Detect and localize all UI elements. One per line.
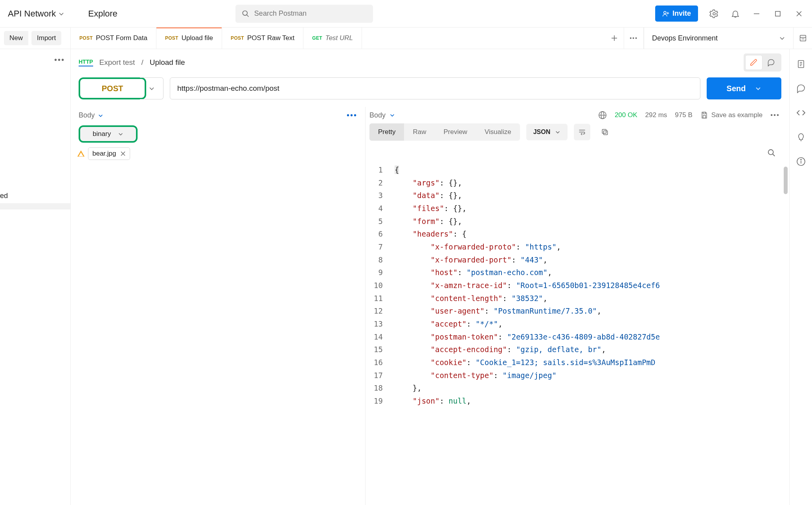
window-minimize-icon[interactable] (751, 9, 762, 19)
import-button[interactable]: Import (31, 31, 61, 45)
network-icon[interactable] (598, 111, 607, 119)
code-line: 19 "json": null, (366, 395, 789, 408)
code-line: 18 }, (366, 382, 789, 395)
code-snippet-icon[interactable] (796, 108, 806, 118)
response-status: 200 OK (615, 111, 637, 119)
window-maximize-icon[interactable] (773, 9, 783, 19)
url-input[interactable] (177, 84, 693, 93)
response-code-view[interactable]: 1{2 "args": {},3 "data": {},4 "files": {… (366, 163, 789, 505)
tab-title-label: Upload file (182, 34, 213, 42)
tab-verb-label: POST (231, 35, 244, 41)
sidebar-more-icon[interactable]: ••• (54, 55, 65, 64)
chevron-down-icon (755, 85, 761, 92)
search-box[interactable] (235, 5, 373, 23)
environment-label: Devops Environment (652, 34, 718, 42)
search-response-icon[interactable] (763, 145, 780, 161)
comment-mode-icon[interactable] (762, 55, 780, 70)
environment-selector[interactable]: Devops Environment (644, 28, 793, 49)
sidebar-item-selected[interactable] (0, 203, 70, 209)
body-type-label: binary (93, 130, 111, 138)
response-view-segmented: Pretty Raw Preview Visualize (369, 123, 520, 141)
request-more-icon[interactable]: ••• (347, 111, 357, 120)
warning-icon (77, 150, 85, 158)
chevron-down-icon (98, 113, 103, 118)
settings-icon[interactable] (709, 9, 719, 19)
line-number: 15 (366, 343, 389, 356)
environment-quicklook-icon[interactable] (793, 28, 812, 49)
sidebar-item[interactable]: ed (0, 189, 70, 203)
line-number: 10 (366, 279, 389, 292)
view-visualize-tab[interactable]: Visualize (476, 123, 520, 141)
line-number: 18 (366, 382, 389, 395)
body-type-select[interactable]: binary (79, 125, 138, 143)
edit-mode-icon[interactable] (745, 55, 762, 70)
http-method-select[interactable]: POST (79, 77, 146, 99)
line-content: "args": {}, (389, 176, 462, 189)
svg-rect-16 (81, 155, 81, 156)
api-network-menu[interactable]: API Network (8, 9, 64, 19)
line-number: 4 (366, 202, 389, 215)
line-number: 13 (366, 318, 389, 331)
view-pretty-tab[interactable]: Pretty (369, 123, 404, 141)
line-number: 8 (366, 253, 389, 266)
line-content: { (389, 163, 399, 176)
file-chip[interactable]: bear.jpg (88, 147, 130, 160)
invite-button[interactable]: Invite (655, 6, 698, 22)
line-content: "form": {}, (389, 215, 462, 228)
request-tab[interactable]: GETTest URL (303, 28, 362, 49)
response-language-label: JSON (533, 129, 551, 136)
send-button[interactable]: Send (707, 77, 781, 99)
chevron-down-icon (389, 112, 395, 118)
request-body-tab[interactable]: Body (79, 111, 103, 119)
code-line: 3 "data": {}, (366, 189, 789, 202)
svg-rect-15 (81, 153, 81, 154)
request-tab[interactable]: POSTPOST Raw Text (222, 28, 303, 49)
response-more-icon[interactable]: ••• (770, 111, 780, 119)
chevron-down-icon (118, 131, 123, 137)
svg-rect-25 (604, 131, 608, 135)
lightbulb-icon[interactable] (796, 132, 806, 142)
wrap-lines-icon[interactable] (574, 124, 590, 140)
info-icon[interactable] (796, 157, 806, 166)
tab-verb-label: POST (165, 35, 178, 41)
code-line: 4 "files": {}, (366, 202, 789, 215)
remove-file-icon[interactable] (120, 151, 126, 156)
breadcrumb-separator: / (141, 58, 143, 67)
copy-response-icon[interactable] (597, 124, 613, 140)
line-content: "data": {}, (389, 189, 462, 202)
request-tab[interactable]: POSTPOST Form Data (71, 28, 156, 49)
line-content: "user-agent": "PostmanRuntime/7.35.0", (389, 305, 601, 318)
documentation-icon[interactable] (796, 59, 806, 69)
api-network-label: API Network (8, 9, 56, 19)
search-input[interactable] (254, 9, 367, 18)
sidebar-item-label: ed (0, 192, 8, 200)
breadcrumb-collection[interactable]: Export test (99, 58, 135, 67)
scrollbar-thumb[interactable] (784, 167, 788, 194)
svg-rect-22 (703, 112, 705, 114)
explore-link[interactable]: Explore (88, 9, 118, 19)
window-close-icon[interactable] (794, 9, 804, 19)
line-content: "accept": "*/*", (389, 318, 503, 331)
code-line: 16 "cookie": "Cookie_1=123; sails.sid=s%… (366, 356, 789, 369)
tab-overflow-button[interactable]: ••• (624, 28, 644, 49)
comments-icon[interactable] (796, 84, 806, 93)
notifications-icon[interactable] (730, 9, 740, 19)
save-as-example-button[interactable]: Save as example (700, 111, 762, 119)
response-language-select[interactable]: JSON (526, 124, 568, 140)
new-button[interactable]: New (4, 31, 28, 45)
view-preview-tab[interactable]: Preview (435, 123, 476, 141)
svg-rect-12 (800, 35, 806, 41)
person-add-icon (662, 10, 669, 17)
request-tab[interactable]: POSTUpload file (156, 28, 222, 49)
response-body-tab[interactable]: Body (369, 111, 395, 119)
save-as-example-label: Save as example (711, 111, 762, 119)
line-number: 12 (366, 305, 389, 318)
response-body-tab-label: Body (369, 111, 386, 119)
http-method-chevron[interactable] (140, 77, 164, 99)
line-number: 9 (366, 266, 389, 279)
line-content: "x-forwarded-proto": "https", (389, 241, 561, 253)
code-line: 6 "headers": { (366, 228, 789, 241)
code-line: 5 "form": {}, (366, 215, 789, 228)
add-tab-button[interactable] (604, 28, 624, 49)
view-raw-tab[interactable]: Raw (404, 123, 435, 141)
